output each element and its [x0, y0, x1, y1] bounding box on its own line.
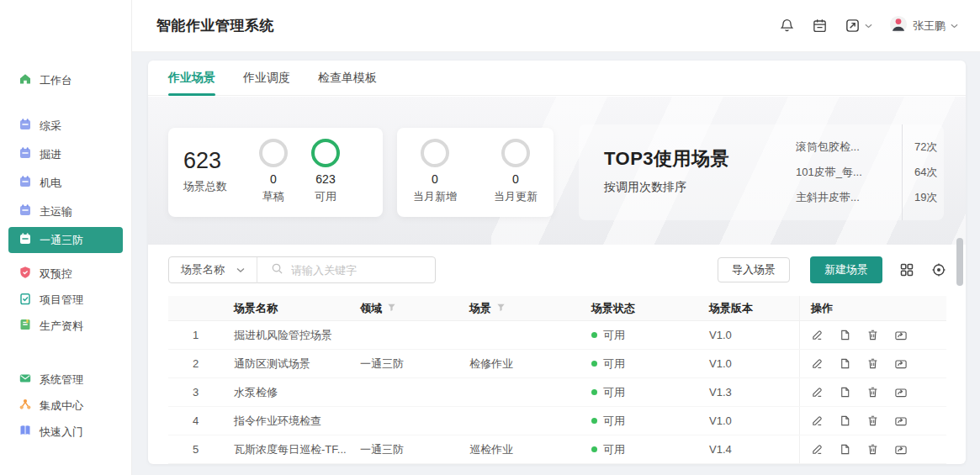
- sidebar-item-juejin[interactable]: 掘进: [8, 141, 123, 167]
- col-status: 场景状态: [580, 301, 698, 316]
- user-menu[interactable]: 张王鹏: [889, 15, 958, 37]
- tab-label: 检查单模板: [318, 71, 377, 86]
- copy-icon[interactable]: [839, 357, 851, 370]
- version-cell: V1.0: [698, 414, 799, 427]
- share-icon[interactable]: [894, 357, 908, 370]
- status-label: 可用: [603, 356, 625, 372]
- filter-funnel-icon[interactable]: [496, 302, 506, 314]
- version-cell: V1.3: [698, 386, 799, 398]
- edit-icon[interactable]: [811, 414, 824, 427]
- toolbar-actions: 导入场景 新建场景: [718, 256, 946, 283]
- tab-zuoye-changjing[interactable]: 作业场景: [168, 61, 215, 96]
- sidebar-item-xiangmuguanli[interactable]: 项目管理: [8, 287, 123, 313]
- status-label: 可用: [603, 385, 625, 400]
- copy-icon[interactable]: [839, 443, 851, 456]
- sidebar-item-xitongguanli[interactable]: 系统管理: [8, 367, 123, 393]
- available-stat: 623 可用: [299, 128, 352, 217]
- total-block: 623 场景总数: [183, 128, 247, 217]
- tab-jianchadan-muban[interactable]: 检查单模板: [318, 61, 377, 96]
- top3-item-name: 滚筒包胶检...: [796, 135, 888, 160]
- copy-icon[interactable]: [839, 414, 851, 427]
- row-index: 3: [168, 386, 223, 398]
- version-cell: V1.4: [698, 443, 799, 456]
- top3-panel: TOP3使用场景 按调用次数排序 滚筒包胶检... 101皮带_每... 主斜井…: [579, 124, 944, 220]
- content-area: 作业场景 作业调度 检查单模板 623 场景总数 0 草稿 623 可用: [132, 53, 980, 475]
- filter-funnel-icon[interactable]: [387, 302, 396, 314]
- edit-icon[interactable]: [811, 386, 824, 398]
- delete-icon[interactable]: [866, 357, 879, 370]
- top3-subtitle: 按调用次数排序: [604, 180, 796, 195]
- sidebar-item-jidian[interactable]: 机电: [8, 170, 123, 196]
- bell-icon[interactable]: [779, 18, 795, 34]
- tab-zuoye-diaodu[interactable]: 作业调度: [243, 61, 290, 96]
- search-icon: [271, 262, 283, 278]
- status-cell: 可用: [580, 356, 698, 372]
- scrollbar-thumb[interactable]: [956, 238, 963, 286]
- month-new-value: 0: [409, 172, 461, 186]
- scene-total-panel: 623 场景总数 0 草稿 623 可用: [168, 128, 383, 217]
- delete-icon[interactable]: [866, 386, 879, 398]
- actions-cell: [799, 321, 946, 349]
- draft-value: 0: [247, 172, 299, 186]
- sidebar-item-jichengzhongxin[interactable]: 集成中心: [8, 393, 123, 419]
- sidebar: 工作台 综采 掘进 机电 主运输 一通三防 双预控 项目管理 生产资料 系统管理: [0, 0, 132, 475]
- month-update-stat: 0 当月更新: [490, 128, 542, 217]
- stats-banner: 623 场景总数 0 草稿 623 可用 0 当月新增: [148, 97, 966, 245]
- top3-item-count: 19次: [914, 185, 937, 210]
- scene-name-cell: 掘进机风险管控场景: [223, 328, 349, 343]
- sidebar-item-label: 工作台: [40, 73, 72, 88]
- edit-icon[interactable]: [811, 443, 824, 456]
- col-domain-label: 领域: [360, 301, 382, 316]
- total-value: 623: [183, 148, 247, 174]
- sidebar-item-label: 掘进: [40, 147, 61, 162]
- shield-icon: [19, 266, 32, 282]
- version-cell: V1.0: [698, 357, 799, 370]
- month-new-label: 当月新增: [409, 189, 461, 204]
- delete-icon[interactable]: [866, 414, 879, 427]
- app-switch-icon[interactable]: [845, 18, 872, 34]
- calendar-icon[interactable]: [812, 18, 828, 34]
- scene-name-cell: 通防区测试场景: [223, 356, 349, 372]
- actions-cell: [799, 378, 946, 406]
- table-row: 1 掘进机风险管控场景 可用 V1.0: [168, 321, 946, 350]
- search-input[interactable]: [291, 264, 426, 277]
- draft-ring: [259, 139, 288, 167]
- scene-cell: 检修作业: [458, 356, 580, 372]
- sidebar-item-zongcai[interactable]: 综采: [8, 113, 123, 139]
- status-dot: [591, 361, 597, 367]
- calendar-icon: [19, 118, 32, 134]
- tab-label: 作业场景: [168, 71, 215, 86]
- sidebar-item-zhuyunshu[interactable]: 主运输: [8, 198, 123, 224]
- status-label: 可用: [603, 414, 625, 429]
- share-icon[interactable]: [894, 443, 908, 456]
- delete-icon[interactable]: [866, 329, 879, 341]
- edit-icon[interactable]: [811, 329, 824, 341]
- sidebar-item-label: 系统管理: [40, 372, 83, 388]
- settings-icon[interactable]: [931, 262, 946, 277]
- copy-icon[interactable]: [839, 329, 851, 341]
- sidebar-item-yitongsanfang[interactable]: 一通三防: [8, 227, 123, 253]
- filter-field-select[interactable]: 场景名称: [169, 262, 257, 277]
- sidebar-item-shengchanziliao[interactable]: 生产资料: [8, 313, 123, 339]
- col-actions: 操作: [799, 296, 946, 320]
- import-scene-button[interactable]: 导入场景: [718, 257, 790, 282]
- col-domain: 领域: [349, 301, 458, 316]
- status-dot: [591, 418, 597, 424]
- share-icon[interactable]: [894, 329, 908, 341]
- grid-view-icon[interactable]: [899, 262, 914, 277]
- sidebar-item-kuaisurumen[interactable]: 快速入门: [8, 419, 123, 445]
- copy-icon[interactable]: [839, 386, 851, 398]
- top3-heading: TOP3使用场景 按调用次数排序: [579, 124, 796, 220]
- table-toolbar: 场景名称 导入场景 新建场景: [168, 256, 946, 283]
- create-scene-button[interactable]: 新建场景: [810, 256, 882, 283]
- share-icon[interactable]: [894, 414, 908, 427]
- sidebar-item-shuangyukong[interactable]: 双预控: [8, 261, 123, 287]
- table-row: 4 指令作业环境检查 可用 V1.0: [168, 407, 946, 435]
- available-ring: [311, 139, 340, 167]
- edit-icon[interactable]: [811, 357, 824, 370]
- guide-book-icon: [19, 424, 32, 440]
- delete-icon[interactable]: [866, 443, 879, 456]
- share-icon[interactable]: [894, 386, 908, 398]
- actions-cell: [799, 407, 946, 435]
- sidebar-item-workbench[interactable]: 工作台: [8, 67, 123, 93]
